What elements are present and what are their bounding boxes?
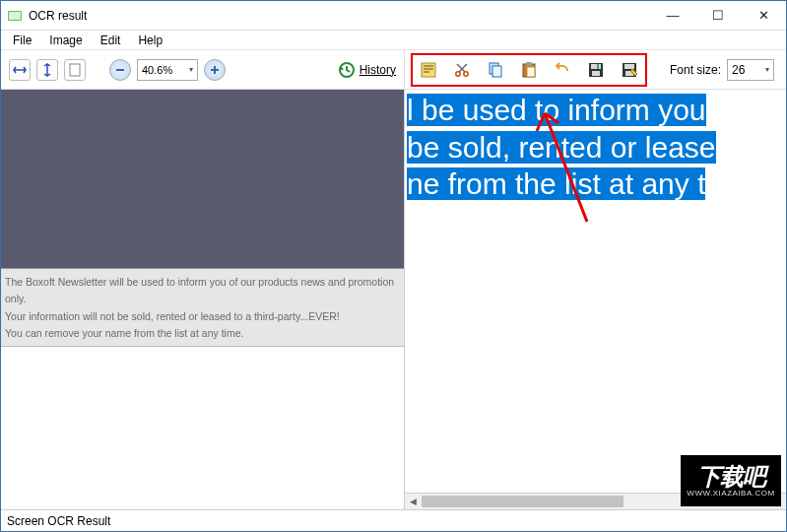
- fit-page-button[interactable]: [64, 59, 86, 81]
- menu-image[interactable]: Image: [41, 32, 90, 49]
- window-controls: — ☐ ✕: [650, 1, 786, 31]
- fit-v-icon: [40, 63, 54, 77]
- menu-help[interactable]: Help: [130, 32, 170, 49]
- svg-rect-17: [624, 64, 634, 69]
- copy-icon: [487, 61, 504, 79]
- menu-edit[interactable]: Edit: [93, 32, 129, 49]
- watermark-text: 下载吧: [697, 465, 765, 489]
- scroll-thumb[interactable]: [422, 496, 623, 507]
- fit-h-icon: [13, 63, 27, 77]
- minus-icon: [115, 65, 125, 75]
- statusbar: Screen OCR Result: [1, 509, 786, 531]
- source-line: Your information will not be sold, rente…: [5, 308, 400, 325]
- watermark-url: WWW.XIAZAIBA.COM: [687, 489, 774, 498]
- left-blank-area: [1, 347, 404, 509]
- select-all-icon: [420, 61, 437, 79]
- chevron-down-icon: ▾: [189, 65, 193, 74]
- paste-button[interactable]: [519, 60, 539, 80]
- undo-button[interactable]: [553, 60, 572, 80]
- font-size-select[interactable]: 26 ▾: [727, 59, 774, 81]
- right-pane: l be used to inform you be sold, rented …: [405, 90, 786, 509]
- svg-rect-13: [591, 64, 601, 69]
- svg-rect-8: [492, 66, 501, 77]
- zoom-value: 40.6%: [142, 64, 172, 76]
- svg-rect-15: [592, 71, 600, 76]
- zoom-out-button[interactable]: [109, 59, 131, 81]
- maximize-button[interactable]: ☐: [695, 1, 741, 31]
- svg-rect-10: [526, 62, 532, 66]
- save-icon: [587, 61, 605, 79]
- app-icon: [7, 8, 23, 24]
- app-window: OCR result — ☐ ✕ File Image Edit Help: [0, 0, 787, 532]
- left-toolbar: 40.6% ▾ History: [1, 50, 405, 89]
- selected-text: l be used to inform you be sold, rented …: [407, 94, 716, 200]
- titlebar: OCR result — ☐ ✕: [1, 1, 786, 31]
- source-text-panel: The Boxoft Newsletter will be used to in…: [1, 269, 404, 347]
- source-line: You can remove your name from the list a…: [5, 325, 400, 342]
- save-as-button[interactable]: [620, 60, 639, 80]
- svg-rect-14: [597, 64, 599, 69]
- zoom-in-button[interactable]: [204, 59, 226, 81]
- cut-button[interactable]: [452, 60, 472, 80]
- font-size-label: Font size:: [670, 63, 721, 77]
- font-size-control: Font size: 26 ▾: [670, 59, 780, 81]
- window-title: OCR result: [29, 9, 650, 23]
- plus-icon: [210, 65, 220, 75]
- paste-icon: [520, 61, 538, 79]
- copy-button[interactable]: [486, 60, 505, 80]
- status-text: Screen OCR Result: [7, 514, 110, 528]
- minimize-button[interactable]: —: [650, 1, 695, 31]
- svg-rect-2: [70, 64, 80, 76]
- page-icon: [68, 63, 82, 77]
- select-all-button[interactable]: [419, 60, 438, 80]
- source-line: The Boxoft Newsletter will be used to in…: [5, 274, 400, 308]
- left-pane: The Boxoft Newsletter will be used to in…: [1, 90, 405, 509]
- content-area: The Boxoft Newsletter will be used to in…: [1, 90, 786, 509]
- undo-icon: [554, 61, 571, 79]
- scissors-icon: [453, 61, 471, 79]
- edit-toolbar-highlight: [411, 53, 647, 87]
- svg-rect-4: [422, 63, 435, 77]
- toolbar: 40.6% ▾ History: [1, 50, 786, 90]
- svg-rect-11: [527, 67, 535, 77]
- fit-vertical-button[interactable]: [36, 59, 58, 81]
- ocr-result-textarea[interactable]: l be used to inform you be sold, rented …: [405, 90, 786, 493]
- save-button[interactable]: [586, 60, 606, 80]
- right-toolbar: Font size: 26 ▾: [405, 50, 786, 89]
- scroll-left-button[interactable]: ◀: [405, 494, 422, 509]
- close-button[interactable]: ✕: [741, 1, 786, 31]
- zoom-level-select[interactable]: 40.6% ▾: [137, 59, 198, 81]
- history-icon: [338, 61, 356, 79]
- history-button[interactable]: History: [338, 61, 396, 79]
- chevron-down-icon: ▾: [765, 65, 769, 74]
- menu-file[interactable]: File: [5, 32, 39, 49]
- menubar: File Image Edit Help: [1, 31, 786, 50]
- watermark: 下载吧 WWW.XIAZAIBA.COM: [681, 455, 781, 506]
- save-as-icon: [621, 61, 638, 79]
- image-preview[interactable]: [1, 90, 404, 269]
- font-size-value: 26: [732, 63, 745, 77]
- fit-horizontal-button[interactable]: [9, 59, 31, 81]
- history-label: History: [360, 63, 396, 77]
- svg-rect-1: [9, 12, 21, 20]
